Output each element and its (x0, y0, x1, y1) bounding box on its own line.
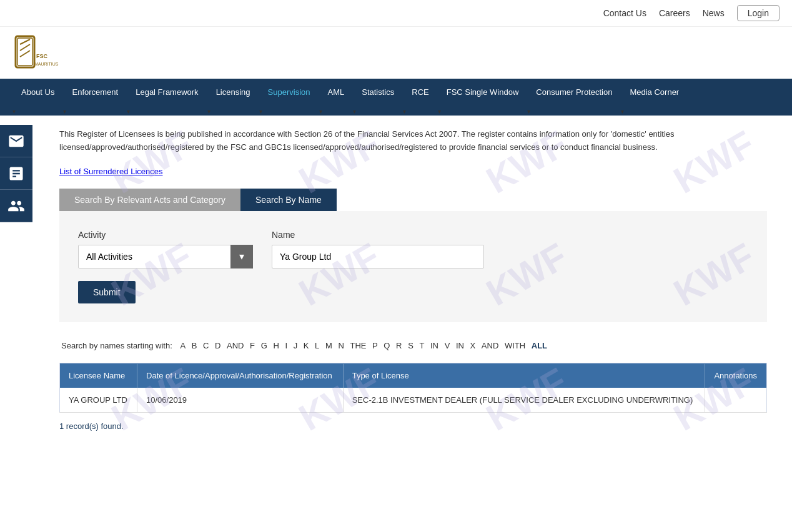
nav-item-consumer-protection[interactable]: Consumer Protection (527, 79, 621, 106)
alpha-letter-M[interactable]: M (325, 341, 332, 350)
nav-item-supervision[interactable]: Supervision (259, 79, 319, 106)
nav-item-aml[interactable]: AML (319, 79, 354, 106)
table-body: YA GROUP LTD10/06/2019SEC-2.1B INVESTMEN… (60, 388, 767, 413)
alpha-letter-Q[interactable]: Q (384, 341, 390, 350)
alpha-letter-T[interactable]: T (419, 341, 424, 350)
top-bar: Contact Us Careers News Login (0, 0, 792, 27)
activity-select[interactable]: All Activities (78, 245, 253, 268)
submit-button[interactable]: Submit (78, 281, 136, 303)
svg-line-2 (20, 39, 30, 44)
alpha-letter-J[interactable]: J (294, 341, 298, 350)
name-input[interactable] (272, 245, 484, 268)
alpha-letter-IN[interactable]: IN (456, 341, 464, 350)
news-link[interactable]: News (703, 8, 725, 18)
form-row: Activity All Activities Name (78, 230, 748, 268)
alpha-letter-THE[interactable]: THE (350, 341, 366, 350)
alpha-search-prefix: Search by names starting with: (61, 341, 172, 350)
alpha-letter-G[interactable]: G (261, 341, 267, 350)
svg-text:FSC: FSC (36, 53, 48, 59)
sidebar (0, 125, 32, 222)
community-sidebar-icon[interactable] (0, 190, 32, 222)
alpha-letter-IN[interactable]: IN (430, 341, 438, 350)
email-sidebar-icon[interactable] (0, 125, 32, 157)
nav-item-statistics[interactable]: Statistics (353, 79, 403, 106)
nav-item-about-us[interactable]: About Us (12, 79, 63, 106)
alpha-letter-A[interactable]: A (180, 341, 186, 350)
alpha-letter-N[interactable]: N (338, 341, 344, 350)
surrendered-licences-link[interactable]: List of Surrendered Licences (59, 167, 162, 176)
nav-item-licensing[interactable]: Licensing (207, 79, 259, 106)
table-header-annotations: Annotations (705, 363, 767, 388)
alpha-letter-C[interactable]: C (203, 341, 209, 350)
alpha-letters: A B C D AND F G H I J K L M N THE P Q R … (178, 341, 549, 350)
results-table: Licensee NameDate of Licence/Approval/Au… (59, 363, 767, 413)
login-button[interactable]: Login (737, 5, 780, 21)
alpha-letter-F[interactable]: F (250, 341, 255, 350)
main-content: KWF KWF KWF KWF KWF KWF KWF KWF KWF KWF … (34, 116, 792, 443)
alpha-letter-R[interactable]: R (396, 341, 402, 350)
name-label: Name (272, 230, 484, 240)
svg-line-4 (20, 51, 30, 57)
table-header-licensee-name: Licensee Name (60, 363, 137, 388)
nav-item-media-corner[interactable]: Media Corner (621, 79, 688, 106)
alpha-letter-ALL[interactable]: ALL (532, 341, 547, 350)
svg-rect-0 (16, 36, 34, 67)
activity-label: Activity (78, 230, 253, 240)
alpha-search: Search by names starting with: A B C D A… (59, 341, 767, 350)
main-nav: About UsEnforcementLegal FrameworkLicens… (0, 79, 792, 116)
nav-item-fsc-single-window[interactable]: FSC Single Window (438, 79, 528, 106)
name-form-group: Name (272, 230, 484, 268)
alpha-letter-B[interactable]: B (192, 341, 197, 350)
alpha-letter-V[interactable]: V (445, 341, 450, 350)
activity-select-wrapper: All Activities (78, 245, 253, 268)
date-cell: 10/06/2019 (137, 388, 344, 413)
page-description: This Register of Licensees is being publ… (59, 128, 767, 154)
alpha-letter-AND[interactable]: AND (482, 341, 498, 350)
contact-us-link[interactable]: Contact Us (603, 8, 646, 18)
alpha-letter-P[interactable]: P (372, 341, 378, 350)
header: FSC MAURITIUS (0, 27, 792, 79)
alpha-letter-S[interactable]: S (408, 341, 413, 350)
table-header-date-of-licence/approval/authorisation/registration: Date of Licence/Approval/Authorisation/R… (137, 363, 344, 388)
search-form-area: Activity All Activities Name Submit (59, 211, 767, 322)
nav-item-legal-framework[interactable]: Legal Framework (127, 79, 207, 106)
table-header: Licensee NameDate of Licence/Approval/Au… (60, 363, 767, 388)
alpha-letter-I[interactable]: I (285, 341, 287, 350)
alpha-letter-H[interactable]: H (273, 341, 279, 350)
records-found: 1 record(s) found. (59, 421, 767, 431)
nav-item-enforcement[interactable]: Enforcement (63, 79, 127, 106)
tab-search-by-name[interactable]: Search By Name (240, 189, 337, 211)
alpha-letter-D[interactable]: D (215, 341, 220, 350)
content-with-watermark: KWF KWF KWF KWF KWF KWF KWF KWF KWF KWF … (59, 128, 767, 431)
logo[interactable]: FSC MAURITIUS (12, 27, 62, 79)
svg-text:MAURITIUS: MAURITIUS (34, 62, 59, 66)
annotations-cell (705, 388, 767, 413)
careers-link[interactable]: Careers (659, 8, 690, 18)
search-tabs: Search By Relevant Acts and Category Sea… (59, 189, 767, 211)
alpha-letter-L[interactable]: L (315, 341, 319, 350)
tab-relevant-acts[interactable]: Search By Relevant Acts and Category (59, 189, 240, 211)
svg-line-3 (20, 44, 30, 51)
activity-form-group: Activity All Activities (78, 230, 253, 268)
alpha-letter-X[interactable]: X (470, 341, 476, 350)
table-row: YA GROUP LTD10/06/2019SEC-2.1B INVESTMEN… (60, 388, 767, 413)
nav-item-rce[interactable]: RCE (403, 79, 437, 106)
alpha-letter-K[interactable]: K (304, 341, 309, 350)
newsletter-sidebar-icon[interactable] (0, 157, 32, 190)
type-of-license-cell: SEC-2.1B INVESTMENT DEALER (FULL SERVICE… (343, 388, 705, 413)
alpha-letter-WITH[interactable]: WITH (505, 341, 525, 350)
table-header-type-of-license: Type of License (343, 363, 705, 388)
licensee-name-cell: YA GROUP LTD (60, 388, 137, 413)
alpha-letter-AND[interactable]: AND (227, 341, 244, 350)
